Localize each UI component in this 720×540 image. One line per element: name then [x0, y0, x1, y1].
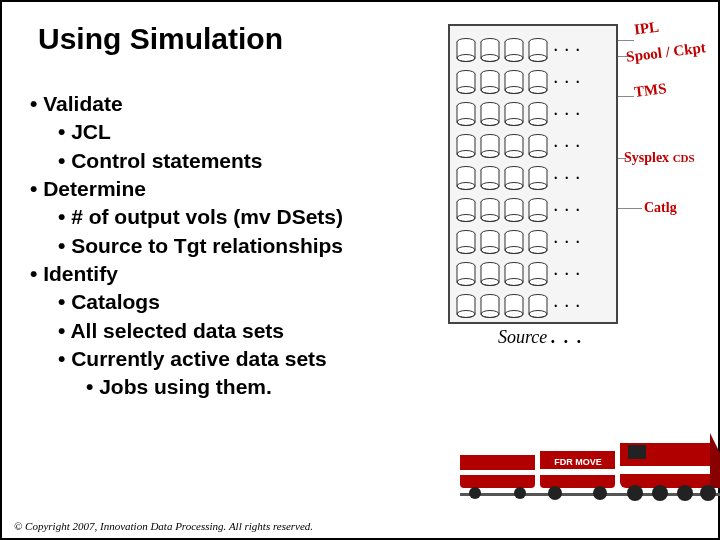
cylinder-icon: [528, 102, 548, 126]
cylinder-icon: [480, 166, 500, 190]
annotation-sysplex: Sysplex CDS: [624, 150, 695, 166]
svg-rect-79: [540, 443, 615, 451]
svg-point-90: [469, 487, 481, 499]
cylinder-icon: [504, 102, 524, 126]
bullet-identify: • Identify: [30, 260, 343, 288]
svg-point-88: [677, 485, 693, 501]
bullet-list: • Validate • JCL • Control statements • …: [30, 90, 343, 402]
row-ellipsis: . . .: [554, 135, 582, 151]
source-label: Source. . .: [498, 327, 584, 348]
svg-rect-82: [460, 448, 535, 455]
train-label: FDR MOVE: [554, 457, 602, 467]
svg-point-86: [627, 485, 643, 501]
cylinder-icon: [528, 38, 548, 62]
cylinder-row: . . .: [450, 288, 616, 318]
bullet-validate: • Validate: [30, 90, 343, 118]
connector-line: [616, 96, 634, 97]
cylinder-icon: [528, 294, 548, 318]
cylinder-icon: [456, 262, 476, 286]
row-ellipsis: . . .: [554, 263, 582, 279]
svg-point-85: [593, 486, 607, 500]
cylinder-icon: [456, 166, 476, 190]
svg-rect-77: [628, 445, 646, 459]
cylinder-icon: [456, 198, 476, 222]
svg-rect-80: [540, 469, 615, 475]
cylinder-icon: [504, 38, 524, 62]
train-illustration: FDR MOVE: [460, 413, 720, 508]
slide-title: Using Simulation: [38, 22, 283, 56]
row-ellipsis: . . .: [554, 71, 582, 87]
cylinder-icon: [456, 230, 476, 254]
cylinder-icon: [528, 166, 548, 190]
bullet-jcl: • JCL: [58, 118, 343, 146]
row-ellipsis: . . .: [554, 103, 582, 119]
cylinder-icon: [480, 262, 500, 286]
cylinder-icon: [480, 102, 500, 126]
svg-rect-74: [620, 433, 715, 443]
svg-point-84: [548, 486, 562, 500]
cylinder-icon: [528, 262, 548, 286]
svg-point-87: [652, 485, 668, 501]
row-ellipsis: . . .: [554, 231, 582, 247]
cylinder-icon: [456, 38, 476, 62]
bullet-selected-datasets: • All selected data sets: [58, 317, 343, 345]
cylinder-icon: [480, 70, 500, 94]
cylinder-icon: [528, 198, 548, 222]
cylinder-icon: [480, 38, 500, 62]
cylinder-icon: [504, 262, 524, 286]
svg-point-89: [700, 485, 716, 501]
svg-rect-75: [620, 466, 715, 474]
cylinder-row: . . .: [450, 96, 616, 126]
cylinder-row: . . .: [450, 128, 616, 158]
connector-line: [616, 40, 634, 41]
cylinder-icon: [504, 166, 524, 190]
cylinder-row: . . .: [450, 160, 616, 190]
cylinder-icon: [456, 294, 476, 318]
bullet-jobs: • Jobs using them.: [86, 373, 343, 401]
cylinder-icon: [504, 198, 524, 222]
cylinder-icon: [456, 134, 476, 158]
cylinder-icon: [456, 102, 476, 126]
cylinder-icon: [480, 198, 500, 222]
bullet-active-datasets: • Currently active data sets: [58, 345, 343, 373]
cylinder-icon: [480, 294, 500, 318]
cylinder-row: . . .: [450, 192, 616, 222]
bullet-src-tgt: • Source to Tgt relationships: [58, 232, 343, 260]
cylinder-icon: [456, 70, 476, 94]
cylinder-icon: [528, 230, 548, 254]
cylinder-icon: [480, 134, 500, 158]
copyright-footer: © Copyright 2007, Innovation Data Proces…: [14, 520, 313, 532]
cylinder-row: . . .: [450, 32, 616, 62]
cylinder-icon: [504, 294, 524, 318]
bullet-catalogs: • Catalogs: [58, 288, 343, 316]
row-ellipsis: . . .: [554, 39, 582, 55]
cylinder-icon: [504, 134, 524, 158]
bullet-control: • Control statements: [58, 147, 343, 175]
annotation-ipl: IPL: [633, 19, 660, 39]
cylinder-row: . . .: [450, 64, 616, 94]
annotation-catlg: Catlg: [644, 200, 677, 216]
svg-rect-83: [460, 470, 535, 475]
row-ellipsis: . . .: [554, 295, 582, 311]
cylinder-icon: [504, 230, 524, 254]
bullet-output-vols: • # of output vols (mv DSets): [58, 203, 343, 231]
bullet-determine: • Determine: [30, 175, 343, 203]
cylinder-icon: [528, 134, 548, 158]
row-ellipsis: . . .: [554, 167, 582, 183]
cylinder-row: . . .: [450, 224, 616, 254]
svg-point-91: [514, 487, 526, 499]
cylinder-icon: [480, 230, 500, 254]
cylinder-icon: [504, 70, 524, 94]
row-ellipsis: . . .: [554, 199, 582, 215]
cylinder-row: . . .: [450, 256, 616, 286]
cylinder-icon: [528, 70, 548, 94]
connector-line: [616, 208, 642, 209]
source-volumes-diagram: // rows generated below after body parse…: [448, 24, 618, 324]
